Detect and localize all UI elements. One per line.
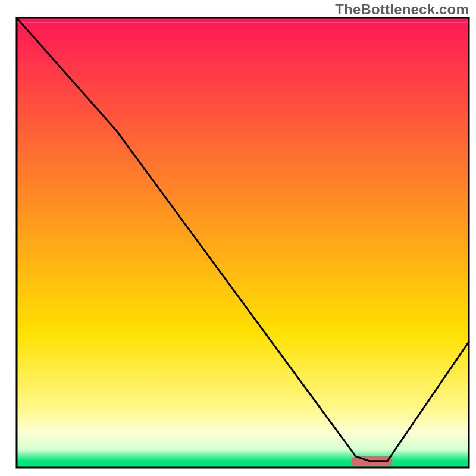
band-mint-green [17, 450, 469, 461]
band-lemon-pale [17, 409, 469, 432]
chart-container: TheBottleneck.com [0, 0, 476, 476]
band-bottom-green [17, 461, 469, 468]
chart-svg [0, 0, 476, 476]
watermark-text: TheBottleneck.com [335, 1, 469, 18]
band-red-yellow [17, 23, 469, 333]
band-yellow-lemon [17, 333, 469, 409]
plot-area [17, 18, 469, 468]
